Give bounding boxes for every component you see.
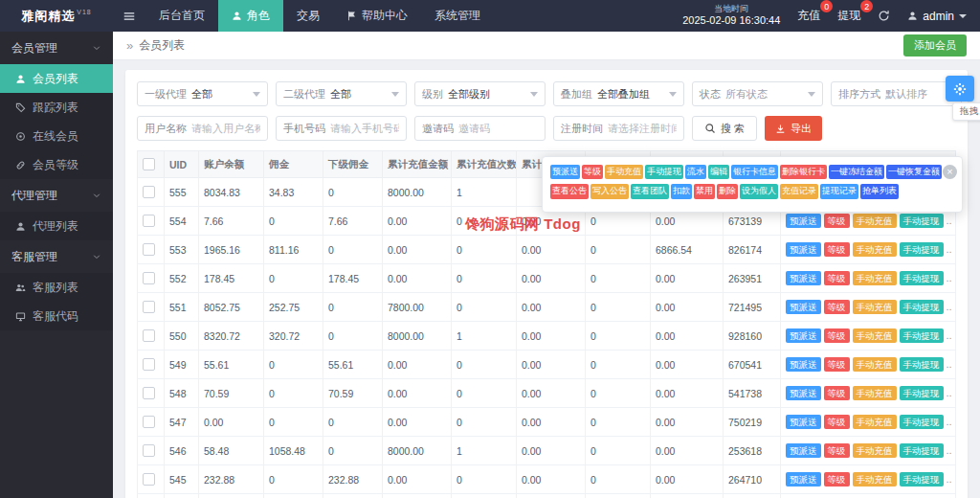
add-member-button[interactable]: 添加会员 [903, 34, 967, 57]
row-checkbox[interactable] [143, 186, 155, 198]
row-action-button[interactable]: 手动提现 [900, 472, 944, 487]
row-checkbox[interactable] [143, 387, 155, 399]
drag-handle[interactable]: 拖拽 [952, 102, 980, 121]
recharge-button[interactable]: 充值 0 [797, 8, 820, 24]
filter-select[interactable]: 级别全部级别 [414, 81, 546, 106]
popup-action-button[interactable]: 查看团队 [631, 184, 669, 198]
popup-action-button[interactable]: 银行卡信息 [731, 165, 778, 179]
export-button[interactable]: 导出 [765, 116, 822, 141]
select-all-checkbox[interactable] [143, 158, 155, 170]
row-action-button[interactable]: 等级 [824, 242, 850, 258]
more-actions[interactable]: .. [947, 444, 952, 456]
popup-action-button[interactable]: 提现记录 [820, 184, 858, 198]
row-action-button[interactable]: 手动充值 [853, 386, 897, 401]
row-action-button[interactable]: 手动提现 [900, 357, 944, 373]
hamburger-menu-icon[interactable] [113, 0, 145, 32]
filter-input-field[interactable] [191, 123, 260, 134]
row-action-button[interactable]: 预派送 [786, 443, 821, 459]
nav-item[interactable]: 角色 [218, 0, 283, 32]
popup-action-button[interactable]: 删除银行卡 [780, 165, 827, 179]
row-action-button[interactable]: 预派送 [786, 214, 821, 229]
close-icon[interactable]: × [943, 165, 957, 179]
nav-item[interactable]: 系统管理 [421, 0, 494, 32]
popup-action-button[interactable]: 等级 [582, 165, 603, 179]
row-checkbox[interactable] [143, 416, 155, 428]
row-action-button[interactable]: 手动充值 [853, 214, 897, 229]
row-action-button[interactable]: 预派送 [786, 328, 821, 344]
popup-action-button[interactable]: 手动提现 [645, 165, 683, 179]
filter-input-field[interactable] [330, 123, 399, 134]
sidebar-group[interactable]: 代理管理 [0, 179, 113, 212]
row-checkbox[interactable] [143, 444, 155, 457]
row-action-button[interactable]: 手动提现 [900, 443, 944, 459]
popup-action-button[interactable]: 手动充值 [605, 165, 643, 179]
filter-select[interactable]: 一级代理全部 [137, 81, 268, 106]
filter-input-field[interactable] [608, 123, 677, 134]
row-checkbox[interactable] [143, 473, 155, 486]
row-action-button[interactable]: 手动充值 [853, 443, 897, 459]
row-action-button[interactable]: 等级 [824, 443, 850, 459]
popup-action-button[interactable]: 抢单列表 [860, 184, 899, 198]
filter-select[interactable]: 叠加组全部叠加组 [553, 81, 684, 106]
filter-select[interactable]: 二级代理全部 [276, 81, 407, 106]
row-action-button[interactable]: 等级 [824, 271, 850, 286]
row-checkbox[interactable] [143, 301, 155, 313]
more-actions[interactable]: .. [947, 272, 952, 283]
row-action-button[interactable]: 等级 [824, 357, 850, 373]
more-actions[interactable]: .. [947, 243, 952, 255]
popup-action-button[interactable]: 禁用 [694, 184, 715, 198]
nav-item[interactable]: 后台首页 [145, 0, 218, 32]
row-action-button[interactable]: 手动提现 [900, 328, 944, 344]
more-actions[interactable]: .. [947, 387, 952, 398]
sidebar-item[interactable]: 客服列表 [0, 273, 113, 302]
popup-action-button[interactable]: 写入公告 [590, 184, 629, 198]
filter-select[interactable]: 状态所有状态 [692, 81, 823, 106]
popup-action-button[interactable]: 扣款 [671, 184, 692, 198]
more-actions[interactable]: .. [947, 473, 952, 485]
admin-menu[interactable]: admin [907, 10, 967, 23]
theme-settings-button[interactable] [946, 76, 974, 102]
sidebar-group[interactable]: 客服管理 [0, 240, 113, 273]
row-action-button[interactable]: 手动充值 [853, 300, 897, 315]
row-action-button[interactable]: 等级 [824, 472, 850, 487]
row-action-button[interactable]: 预派送 [786, 357, 821, 373]
row-action-button[interactable]: 预派送 [786, 472, 821, 487]
sidebar-item[interactable]: 跟踪列表 [0, 93, 113, 122]
row-action-button[interactable]: 手动提现 [900, 214, 944, 229]
row-action-button[interactable]: 等级 [824, 328, 850, 344]
more-actions[interactable]: .. [947, 358, 952, 370]
popup-action-button[interactable]: 设为假人 [740, 184, 778, 198]
popup-action-button[interactable]: 一键恢复金额 [886, 165, 942, 179]
search-button[interactable]: 搜 索 [692, 116, 757, 141]
row-action-button[interactable]: 手动提现 [900, 300, 944, 315]
popup-action-button[interactable]: 充值记录 [780, 184, 818, 198]
more-actions[interactable]: .. [947, 329, 952, 341]
sidebar-item[interactable]: 客服代码 [0, 302, 113, 330]
more-actions[interactable]: .. [947, 301, 952, 312]
nav-item[interactable]: 交易 [283, 0, 333, 32]
sidebar-item[interactable]: 会员列表 [0, 64, 113, 93]
row-action-button[interactable]: 手动充值 [853, 271, 897, 286]
filter-input-field[interactable] [458, 123, 538, 134]
sidebar-group[interactable]: 会员管理 [0, 32, 113, 64]
refresh-icon[interactable] [878, 10, 890, 22]
row-checkbox[interactable] [143, 272, 155, 284]
sidebar-item[interactable]: 代理列表 [0, 212, 113, 240]
row-checkbox[interactable] [143, 329, 155, 342]
row-action-button[interactable]: 手动提现 [900, 242, 944, 258]
row-action-button[interactable]: 预派送 [786, 386, 821, 401]
row-action-button[interactable]: 手动提现 [900, 271, 944, 286]
popup-action-button[interactable]: 查看公告 [550, 184, 589, 198]
row-action-button[interactable]: 预派送 [786, 271, 821, 286]
row-action-button[interactable]: 手动充值 [853, 357, 897, 373]
filter-select[interactable]: 排序方式默认排序 [831, 81, 962, 106]
more-actions[interactable]: .. [947, 416, 952, 427]
row-checkbox[interactable] [143, 215, 155, 227]
more-actions[interactable]: .. [947, 215, 952, 226]
row-action-button[interactable]: 等级 [824, 415, 850, 430]
row-action-button[interactable]: 手动充值 [853, 472, 897, 487]
row-action-button[interactable]: 手动充值 [853, 242, 897, 258]
row-action-button[interactable]: 手动充值 [853, 415, 897, 430]
popup-action-button[interactable]: 一键冻结金额 [829, 165, 884, 179]
row-action-button[interactable]: 手动充值 [853, 328, 897, 344]
